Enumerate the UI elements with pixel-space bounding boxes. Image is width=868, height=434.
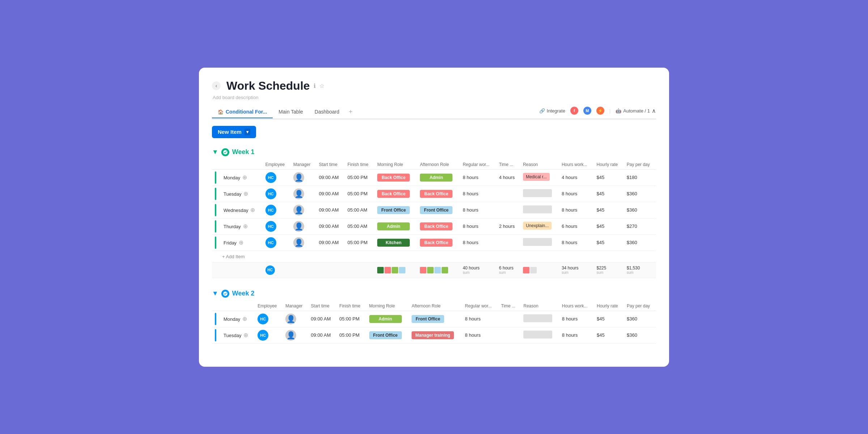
time-off-cell: 4 hours (496, 169, 520, 186)
add-row-icon[interactable]: ⊕ (250, 207, 255, 213)
hours-worked-cell: 4 hours (559, 169, 594, 186)
morning-role-cell[interactable]: Back Office (374, 186, 417, 202)
col2-afternoon-role: Afternoon Role (409, 301, 462, 311)
pay-per-day-cell: $360 (624, 311, 656, 327)
col-regular-hours: Regular wor... (460, 160, 496, 170)
add-row-icon[interactable]: ⊕ (239, 239, 243, 246)
page-header: ‹ Work Schedule ℹ ☆ (212, 79, 656, 93)
employee-cell: HC (255, 327, 282, 343)
col2-employee: Employee (255, 301, 282, 311)
star-icon[interactable]: ☆ (319, 82, 324, 89)
time-off-cell: 2 hours (496, 218, 520, 234)
home-icon: 🏠 (218, 109, 224, 115)
brand-icon-1: f (570, 107, 578, 115)
finish-time-cell: 05:00 AM (345, 202, 374, 218)
pay-per-day-cell: $180 (624, 169, 656, 186)
add-row-icon[interactable]: ⊕ (243, 191, 248, 197)
manager-cell: 👤 (290, 218, 316, 234)
start-time-cell: 09:00 AM (308, 311, 337, 327)
tab-add[interactable]: + (345, 105, 356, 119)
add-row-icon[interactable]: ⊕ (243, 332, 248, 338)
reason-swatch (523, 267, 529, 273)
morning-role-cell[interactable]: Front Office (366, 327, 409, 343)
finish-time-cell: 05:00 AM (345, 218, 374, 234)
hours-worked-cell: 8 hours (559, 234, 594, 251)
back-button[interactable]: ‹ (212, 81, 221, 90)
add-row-icon[interactable]: ⊕ (242, 174, 247, 180)
time-off-cell (496, 186, 520, 202)
finish-time-cell: 05:00 PM (345, 234, 374, 251)
day-cell: Monday⊕ (219, 169, 263, 186)
hourly-rate-cell: $45 (594, 202, 624, 218)
start-time-cell: 09:00 AM (316, 218, 345, 234)
add-item-label[interactable]: + Add Item (219, 251, 656, 262)
add-row-icon[interactable]: ⊕ (243, 223, 248, 229)
tab-conditional[interactable]: 🏠 Conditional For... (212, 106, 273, 118)
finish-time-cell: 05:00 PM (336, 311, 366, 327)
table-row: Wednesday⊕HC👤09:00 AM05:00 AMFront Offic… (212, 202, 656, 218)
add-item-row[interactable]: + Add Item (212, 251, 656, 262)
afternoon-role-cell[interactable]: Manager training (409, 327, 462, 343)
afternoon-role-cell[interactable]: Back Office (417, 186, 460, 202)
board-description[interactable]: Add board description (212, 95, 656, 100)
week1-header: ▼ Week 1 (212, 148, 656, 156)
hourly-rate-cell: $45 (594, 234, 624, 251)
week2-toggle[interactable]: ▼ (212, 290, 218, 297)
afternoon-role-cell[interactable]: Front Office (417, 202, 460, 218)
afternoon-role-cell[interactable]: Back Office (417, 218, 460, 234)
col-finish-time: Finish time (345, 160, 374, 170)
week1-toggle[interactable]: ▼ (212, 148, 218, 156)
morning-swatch (392, 267, 398, 273)
avatar: HC (265, 188, 276, 199)
manager-avatar: 👤 (293, 188, 304, 199)
integrate-button[interactable]: 🔗 Integrate (539, 108, 565, 114)
time-off-cell (498, 327, 521, 343)
morning-role-cell[interactable]: Admin (374, 218, 417, 234)
afternoon-swatch (442, 267, 448, 273)
employee-cell: HC (263, 218, 290, 234)
afternoon-swatches (420, 267, 457, 273)
tab-main-table[interactable]: Main Table (273, 106, 309, 118)
sum-hours-worked: 34 hours (562, 265, 579, 271)
manager-cell: 👤 (282, 327, 308, 343)
morning-role-cell[interactable]: Admin (366, 311, 409, 327)
week2-section: ▼ Week 2 Employee Manager Start time Fin… (212, 290, 656, 344)
table-row: Monday⊕HC👤09:00 AM05:00 PMAdminFront Off… (212, 311, 656, 327)
tab-dashboard[interactable]: Dashboard (309, 106, 345, 118)
reason-cell: Unexplain... (520, 218, 559, 234)
morning-role-cell[interactable]: Kitchen (374, 234, 417, 251)
morning-role-cell[interactable]: Back Office (374, 169, 417, 186)
col-afternoon-role: Afternoon Role (417, 160, 460, 170)
morning-swatch (377, 267, 384, 273)
automate-button[interactable]: 🤖 Automate / 1 ∧ (616, 107, 656, 114)
manager-avatar: 👤 (285, 330, 296, 341)
brand-icon-2: M (583, 107, 591, 115)
week2-table: Employee Manager Start time Finish time … (212, 301, 656, 344)
manager-cell: 👤 (290, 202, 316, 218)
avatar: HC (265, 205, 276, 216)
afternoon-role-cell[interactable]: Admin (417, 169, 460, 186)
time-off-cell (496, 202, 520, 218)
col2-regular-hours: Regular wor... (462, 301, 498, 311)
manager-cell: 👤 (282, 311, 308, 327)
col2-manager: Manager (282, 301, 308, 311)
day-cell: Thurday⊕ (219, 218, 263, 234)
employee-cell: HC (263, 186, 290, 202)
afternoon-role-cell[interactable]: Back Office (417, 234, 460, 251)
avatar: HC (258, 314, 268, 324)
week2-header: ▼ Week 2 (212, 290, 656, 298)
col2-reason: Reason (520, 301, 559, 311)
col-employee: Employee (263, 160, 290, 170)
hourly-rate-cell: $45 (594, 186, 624, 202)
info-icon[interactable]: ℹ (314, 82, 316, 89)
col-pay-per-day: Pay per day (624, 160, 656, 170)
pay-per-day-cell: $270 (624, 218, 656, 234)
week2-icon (221, 290, 229, 298)
afternoon-role-cell[interactable]: Front Office (409, 311, 462, 327)
col2-finish-time: Finish time (336, 301, 366, 311)
col-reason: Reason (520, 160, 559, 170)
morning-role-cell[interactable]: Front Office (374, 202, 417, 218)
integrate-icon: 🔗 (539, 108, 545, 114)
new-item-button[interactable]: New Item ▾ (212, 126, 256, 138)
add-row-icon[interactable]: ⊕ (242, 316, 247, 322)
